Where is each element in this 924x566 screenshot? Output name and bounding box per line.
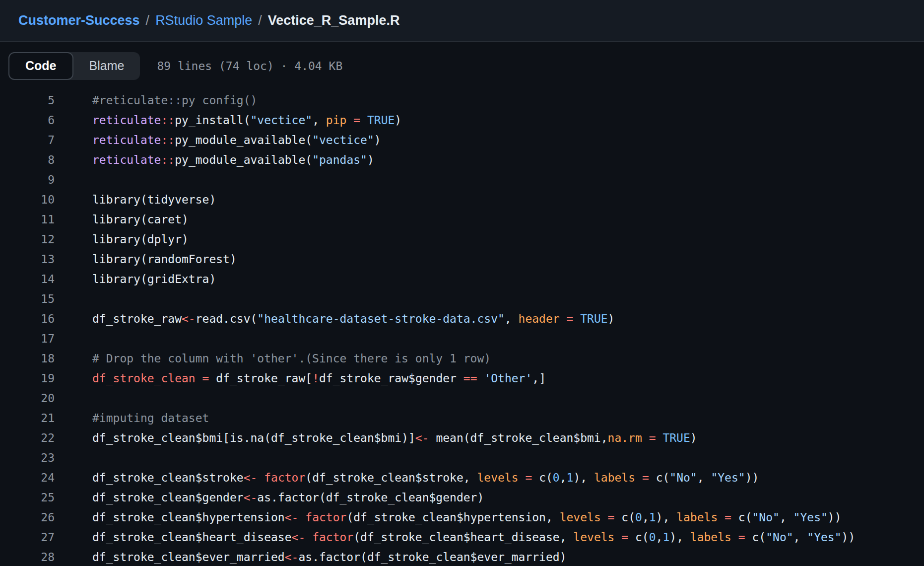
code-token: )) (745, 471, 759, 484)
line-number[interactable]: 14 (0, 269, 55, 289)
code-token: TRUE (580, 312, 607, 325)
line-number[interactable]: 28 (0, 547, 55, 566)
code-token: 1 (662, 531, 669, 544)
line-number[interactable]: 15 (0, 289, 55, 309)
code-line: 12library(dplyr) (0, 229, 924, 249)
code-token: ) (690, 431, 697, 444)
line-number[interactable]: 11 (0, 210, 55, 229)
code-token: factor (305, 511, 346, 524)
line-number[interactable]: 17 (0, 329, 55, 349)
code-token: py_module_available( (175, 153, 312, 166)
code-token: ) (395, 114, 401, 127)
line-number[interactable]: 18 (0, 349, 55, 368)
line-number[interactable]: 12 (0, 229, 55, 249)
code-token: = (353, 114, 360, 127)
code-token: levels (477, 471, 518, 484)
code-token: 'Other' (484, 372, 532, 385)
breadcrumb-file-name: Vectice_R_Sample.R (268, 13, 400, 28)
line-number[interactable]: 7 (0, 130, 55, 150)
line-content: library(dplyr) (92, 229, 189, 249)
code-token: labels (690, 531, 731, 544)
code-line: 24df_stroke_clean$stroke<- factor(df_str… (0, 468, 924, 488)
line-content: df_stroke_clean$ever_married<-as.factor(… (92, 547, 566, 566)
code-token: 1 (649, 511, 656, 524)
code-token (346, 114, 353, 127)
code-token: read.csv( (196, 312, 258, 325)
line-number[interactable]: 5 (0, 90, 55, 110)
code-token: df_stroke_clean$heart_disease (92, 531, 292, 544)
code-token: ) (608, 312, 615, 325)
code-token: df_stroke_clean (92, 372, 196, 385)
line-number[interactable]: 6 (0, 110, 55, 130)
code-token: ) (374, 134, 381, 146)
code-token: "No" (752, 511, 780, 524)
code-token: library(gridExtra) (92, 273, 216, 285)
line-number[interactable]: 13 (0, 249, 55, 269)
code-content: 5#reticulate::py_config()6reticulate::py… (0, 90, 924, 566)
code-token: :: (161, 114, 175, 127)
code-token: , (505, 312, 519, 325)
file-toolbar: Code Blame 89 lines (74 loc) · 4.04 KB (0, 42, 924, 90)
tab-code[interactable]: Code (8, 52, 73, 80)
code-line: 25df_stroke_clean$gender<-as.factor(df_s… (0, 488, 924, 507)
code-token: levels (573, 531, 614, 544)
code-line: 11library(caret) (0, 210, 924, 229)
code-line: 10library(tidyverse) (0, 190, 924, 210)
code-token: df_stroke_raw$gender (319, 372, 463, 385)
breadcrumb-repo-link[interactable]: Customer-Success (18, 13, 140, 28)
code-token: )) (828, 511, 842, 524)
code-line: 26df_stroke_clean$hypertension<- factor(… (0, 507, 924, 527)
line-number[interactable]: 25 (0, 488, 55, 507)
code-token: "No" (669, 471, 697, 484)
code-token: (df_stroke_clean$stroke, (305, 471, 477, 484)
line-number[interactable]: 26 (0, 507, 55, 527)
code-token: 1 (567, 471, 574, 484)
code-token: 0 (635, 511, 642, 524)
code-line: 28df_stroke_clean$ever_married<-as.facto… (0, 547, 924, 566)
code-token: py_module_available( (175, 134, 312, 146)
code-token: = (738, 531, 745, 544)
line-number[interactable]: 27 (0, 527, 55, 547)
line-content: library(randomForest) (92, 249, 237, 269)
code-line: 23 (0, 448, 924, 468)
code-token: c( (614, 511, 635, 524)
code-token: c( (745, 531, 766, 544)
code-token (614, 531, 621, 544)
code-token: pip (326, 114, 347, 127)
code-token: df_stroke_clean$bmi[is.na(df_stroke_clea… (92, 431, 415, 444)
line-content: df_stroke_clean$bmi[is.na(df_stroke_clea… (92, 428, 697, 448)
line-content: #imputing dataset (92, 408, 209, 428)
line-number[interactable]: 24 (0, 468, 55, 488)
code-token (360, 114, 367, 127)
code-token: <- (244, 471, 258, 484)
line-number[interactable]: 22 (0, 428, 55, 448)
line-number[interactable]: 10 (0, 190, 55, 210)
line-number[interactable]: 19 (0, 368, 55, 388)
line-number[interactable]: 9 (0, 170, 55, 190)
code-token: ), (573, 471, 594, 484)
breadcrumb-folder-link[interactable]: RStudio Sample (155, 13, 252, 28)
line-content: df_stroke_clean$hypertension<- factor(df… (92, 507, 842, 527)
line-number[interactable]: 23 (0, 448, 55, 468)
code-token: = (608, 511, 615, 524)
code-token: = (525, 471, 532, 484)
code-token: library(dplyr) (92, 233, 189, 246)
line-number[interactable]: 16 (0, 309, 55, 329)
code-token: factor (312, 531, 353, 544)
code-token: "pandas" (312, 153, 367, 166)
code-token (305, 531, 312, 544)
code-line: 27df_stroke_clean$heart_disease<- factor… (0, 527, 924, 547)
code-line: 9 (0, 170, 924, 190)
code-token: c( (649, 471, 670, 484)
code-token: levels (560, 511, 601, 524)
line-number[interactable]: 8 (0, 150, 55, 170)
code-token: #reticulate::py_config() (92, 94, 257, 107)
line-number[interactable]: 20 (0, 388, 55, 408)
code-token: = (725, 511, 731, 524)
code-line: 19df_stroke_clean = df_stroke_raw[!df_st… (0, 368, 924, 388)
line-number[interactable]: 21 (0, 408, 55, 428)
tab-blame[interactable]: Blame (73, 52, 140, 80)
code-line: 8reticulate::py_module_available("pandas… (0, 150, 924, 170)
code-token: library(tidyverse) (92, 193, 216, 206)
code-token (573, 312, 580, 325)
